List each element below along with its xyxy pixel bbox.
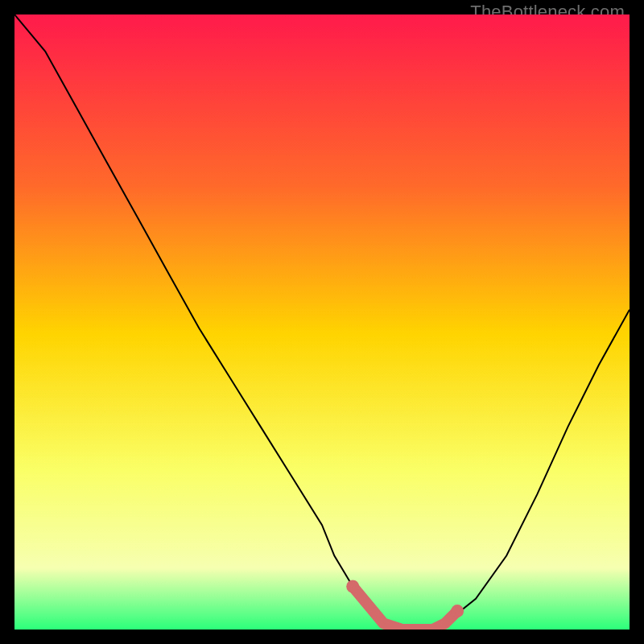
chart-frame <box>14 14 630 630</box>
bottleneck-chart <box>14 14 630 630</box>
marker-dot <box>346 580 359 593</box>
gradient-background <box>14 14 630 630</box>
marker-dot <box>451 605 464 617</box>
